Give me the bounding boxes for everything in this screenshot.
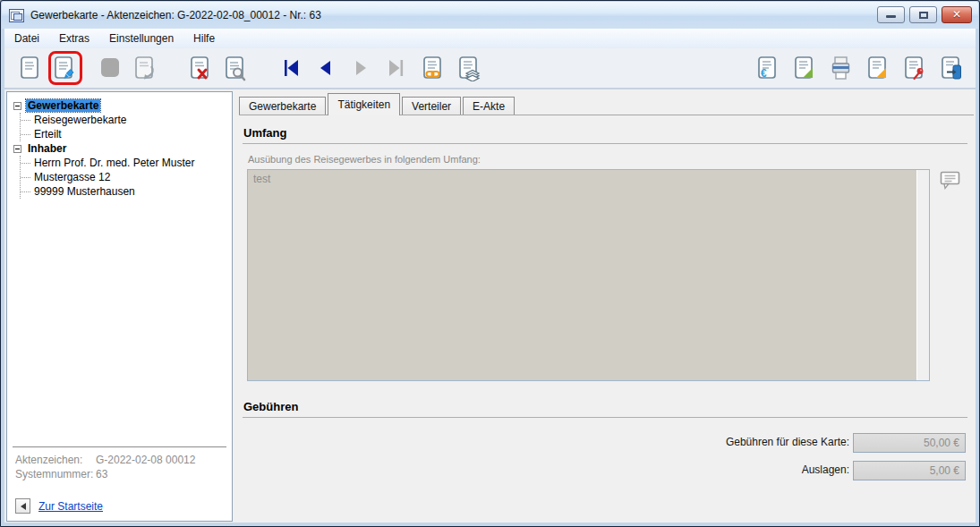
close-button[interactable]: ✕	[942, 6, 972, 23]
menu-extras[interactable]: Extras	[49, 30, 99, 47]
svg-text:€: €	[761, 67, 767, 80]
aktenzeichen-row: Aktenzeichen: G-2022-02-08 00012	[15, 453, 228, 467]
tree-node-label[interactable]: Gewerbekarte	[26, 99, 100, 112]
tab-gewerbekarte[interactable]: Gewerbekarte	[239, 97, 326, 115]
toolbar: €	[4, 48, 976, 89]
record-stack-icon[interactable]	[456, 53, 481, 83]
minimize-button[interactable]	[877, 6, 905, 23]
delete-record-icon[interactable]	[187, 53, 212, 83]
menu-datei[interactable]: Datei	[4, 30, 49, 47]
undo-changes-icon[interactable]	[132, 53, 157, 83]
back-arrow-icon	[21, 503, 26, 510]
aktenzeichen-label: Aktenzeichen:	[15, 454, 96, 466]
gebuehren-heading: Gebühren	[243, 400, 298, 413]
umfang-heading: Umfang	[243, 126, 286, 140]
window-controls: ✕	[877, 6, 972, 23]
approved-document-icon[interactable]	[791, 53, 816, 83]
tree-node-owner-street[interactable]: Mustergasse 12	[21, 170, 230, 184]
minimize-icon	[886, 15, 896, 18]
toolbar-right-group: €	[754, 53, 963, 83]
tree-children: Herrn Prof. Dr. med. Peter Muster Muster…	[20, 156, 230, 199]
panel-separator	[13, 446, 226, 447]
collapse-icon[interactable]	[13, 145, 21, 153]
comment-bubble-icon[interactable]	[940, 171, 961, 191]
previous-record-icon[interactable]	[313, 53, 338, 83]
tree-node-label[interactable]: Inhaber	[26, 142, 68, 155]
tab-taetigkeiten[interactable]: Tätigkeiten	[328, 93, 400, 115]
gebuehren-karte-label: Gebühren für diese Karte:	[235, 436, 849, 448]
umfang-textarea[interactable]: test	[248, 170, 916, 380]
tree-children: Reisegewerbekarte Erteilt	[20, 113, 230, 141]
detail-panel: Gewerbekarte Tätigkeiten Verteiler E-Akt…	[235, 89, 976, 523]
tab-verteiler[interactable]: Verteiler	[402, 97, 461, 115]
tree-node-reisegewerbekarte[interactable]: Reisegewerbekarte	[21, 113, 230, 127]
umfang-field-label: Ausübung des Reisegewerbes in folgendem …	[248, 154, 481, 165]
client-area: Gewerbekarte Reisegewerbekarte Erteilt I…	[4, 89, 976, 523]
tree-node-label[interactable]: Mustergasse 12	[34, 171, 110, 183]
textarea-scrollbar[interactable]	[916, 170, 929, 380]
systemnummer-row: Systemnummer: 63	[15, 467, 228, 481]
app-icon	[9, 9, 24, 22]
fees-document-icon[interactable]: €	[754, 53, 780, 83]
menu-bar: Datei Extras Einstellungen Hilfe	[4, 29, 976, 48]
back-arrow-button[interactable]	[15, 498, 30, 514]
umfang-textarea-frame: test	[247, 169, 930, 381]
tree-node-label[interactable]: Erteilt	[34, 128, 62, 140]
preview-record-icon[interactable]	[222, 53, 247, 83]
systemnummer-value: 63	[96, 468, 107, 480]
gebuehren-rule	[243, 417, 967, 418]
systemnummer-label: Systemnummer:	[15, 468, 96, 480]
auslagen-label: Auslagen:	[235, 463, 849, 476]
tab-page-taetigkeiten: Umfang Ausübung des Reisegewerbes in fol…	[235, 115, 976, 523]
next-record-icon[interactable]	[348, 53, 373, 83]
tree-node-owner-name[interactable]: Herrn Prof. Dr. med. Peter Muster	[21, 156, 230, 170]
tree-node-owner-city[interactable]: 99999 Musterhausen	[21, 184, 230, 199]
tab-strip: Gewerbekarte Tätigkeiten Verteiler E-Akt…	[239, 93, 974, 115]
title-bar: Gewerbekarte - Aktenzeichen: G-2022-02-0…	[2, 2, 978, 29]
tab-e-akte[interactable]: E-Akte	[463, 97, 515, 115]
tree-node-label[interactable]: Herrn Prof. Dr. med. Peter Muster	[34, 157, 194, 169]
window-title: Gewerbekarte - Aktenzeichen: G-2022-02-0…	[30, 9, 321, 21]
pin-document-icon[interactable]	[901, 53, 926, 83]
first-record-icon[interactable]	[278, 53, 303, 83]
draft-document-icon[interactable]	[865, 53, 890, 83]
application-window: Gewerbekarte - Aktenzeichen: G-2022-02-0…	[0, 0, 980, 527]
edit-record-icon[interactable]	[51, 53, 76, 83]
zur-startseite-link[interactable]: Zur Startseite	[38, 500, 103, 513]
record-tree: Gewerbekarte Reisegewerbekarte Erteilt I…	[13, 98, 230, 444]
maximize-button[interactable]	[909, 6, 937, 23]
new-record-icon[interactable]	[17, 53, 42, 83]
print-icon[interactable]	[828, 53, 853, 83]
aktenzeichen-value: G-2022-02-08 00012	[96, 454, 195, 466]
tree-node-label[interactable]: Reisegewerbekarte	[34, 114, 126, 126]
navigation-panel: Gewerbekarte Reisegewerbekarte Erteilt I…	[6, 91, 233, 522]
close-icon: ✕	[942, 8, 971, 21]
umfang-rule	[243, 143, 967, 144]
tree-node-erteilt[interactable]: Erteilt	[21, 127, 230, 141]
startseite-row: Zur Startseite	[15, 498, 103, 514]
last-record-icon[interactable]	[384, 53, 409, 83]
tree-node-label[interactable]: 99999 Musterhausen	[34, 185, 135, 198]
close-card-icon[interactable]	[938, 53, 963, 83]
linked-records-icon[interactable]	[420, 53, 445, 83]
maximize-icon	[919, 12, 928, 19]
collapse-icon[interactable]	[13, 102, 21, 110]
auslagen-input[interactable]	[853, 461, 966, 480]
tree-node-inhaber[interactable]: Inhaber	[13, 141, 230, 156]
menu-hilfe[interactable]: Hilfe	[183, 30, 225, 47]
menu-einstellungen[interactable]: Einstellungen	[99, 30, 183, 47]
tree-node-gewerbekarte[interactable]: Gewerbekarte	[13, 98, 230, 113]
record-info-footer: Aktenzeichen: G-2022-02-08 00012 Systemn…	[15, 453, 228, 515]
save-record-icon[interactable]	[98, 53, 123, 83]
gebuehren-karte-input[interactable]	[853, 433, 966, 453]
